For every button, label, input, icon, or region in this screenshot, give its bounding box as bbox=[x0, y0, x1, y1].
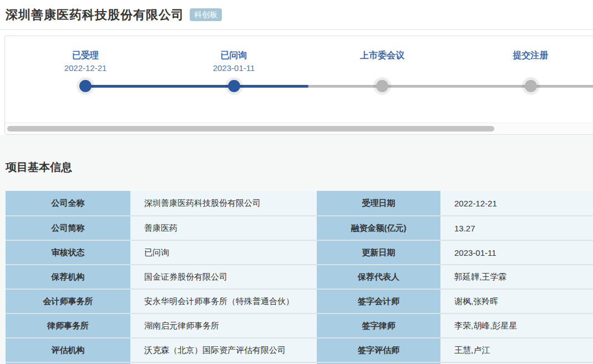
horizontal-scrollbar[interactable] bbox=[5, 123, 593, 134]
stage-name-label: 已问询 bbox=[173, 50, 295, 62]
info-label-left: 审核状态 bbox=[6, 241, 130, 264]
info-label-right: 签字会计师 bbox=[317, 290, 440, 313]
section-title: 项目基本信息 bbox=[6, 160, 72, 175]
stage-dot-icon bbox=[228, 80, 240, 92]
info-label-right: 更新日期 bbox=[317, 241, 440, 264]
table-row: 审核状态 已问询 更新日期 2023-01-11 bbox=[6, 240, 593, 264]
info-value-left: 安永华明会计师事务所（特殊普通合伙） bbox=[130, 290, 317, 313]
basic-info-section: 项目基本信息 公司全称 深圳善康医药科技股份有限公司 受理日期 2022-12-… bbox=[0, 135, 593, 364]
info-label-left: 律师事务所 bbox=[6, 314, 130, 337]
info-value-right: 李荣,胡峰,彭星星 bbox=[440, 314, 593, 337]
info-label-right: 受理日期 bbox=[317, 191, 440, 215]
timeline-stage: 提交注册 bbox=[470, 36, 592, 103]
table-row: 评估机构 沃克森（北京）国际资产评估有限公司 签字评估师 王慧,卢江 bbox=[6, 337, 593, 362]
info-value-left: 湖南启元律师事务所 bbox=[130, 314, 317, 337]
info-label-left: 保荐机构 bbox=[6, 265, 130, 289]
info-label-right: 融资金额(亿元) bbox=[317, 216, 440, 240]
info-value-left: 沃克森（北京）国际资产评估有限公司 bbox=[130, 338, 317, 362]
info-value-right: 2022-12-21 bbox=[440, 191, 593, 215]
info-label-left: 公司全称 bbox=[6, 191, 130, 215]
timeline-panel: 已受理 2022-12-21 已问询 2023-01-11 上市委会议 提交注册 bbox=[4, 36, 593, 135]
ipo-progress-timeline: 已受理 2022-12-21 已问询 2023-01-11 上市委会议 提交注册 bbox=[5, 36, 593, 134]
stage-name-label: 已受理 bbox=[24, 50, 146, 62]
info-value-left: 国金证券股份有限公司 bbox=[130, 265, 317, 289]
info-table: 公司全称 深圳善康医药科技股份有限公司 受理日期 2022-12-21 公司简称… bbox=[6, 191, 593, 364]
info-value-right: 谢枫,张羚晖 bbox=[440, 290, 593, 313]
timeline-stage: 已问询 2023-01-11 bbox=[173, 36, 295, 103]
info-value-left: 已问询 bbox=[130, 241, 317, 264]
timeline-stage: 上市委会议 bbox=[321, 36, 443, 103]
board-badge: 科创板 bbox=[190, 8, 222, 21]
info-label-right: 签字评估师 bbox=[317, 338, 440, 362]
stage-name-label: 上市委会议 bbox=[321, 50, 443, 62]
stage-dot-icon bbox=[376, 80, 388, 92]
stage-name-label: 提交注册 bbox=[470, 50, 592, 62]
info-label-right: 保荐代表人 bbox=[317, 265, 440, 289]
info-value-left: 善康医药 bbox=[130, 216, 317, 240]
stage-dot-icon bbox=[79, 80, 92, 92]
table-row-partial bbox=[6, 362, 593, 364]
table-row: 公司全称 深圳善康医药科技股份有限公司 受理日期 2022-12-21 bbox=[6, 191, 593, 215]
table-row: 会计师事务所 安永华明会计师事务所（特殊普通合伙） 签字会计师 谢枫,张羚晖 bbox=[6, 289, 593, 313]
info-value-left: 深圳善康医药科技股份有限公司 bbox=[130, 191, 317, 215]
stage-date-label: 2022-12-21 bbox=[24, 63, 146, 73]
page-header: 深圳善康医药科技股份有限公司 科创板 bbox=[0, 0, 593, 30]
page: 深圳善康医药科技股份有限公司 科创板 已受理 2022-12-21 已问询 20… bbox=[0, 0, 593, 364]
company-title: 深圳善康医药科技股份有限公司 bbox=[6, 7, 184, 23]
timeline-stage: 已受理 2022-12-21 bbox=[24, 36, 146, 103]
info-value-right: 郭延韡,王学霖 bbox=[440, 265, 593, 289]
table-row: 公司简称 善康医药 融资金额(亿元) 13.27 bbox=[6, 215, 593, 240]
info-value-right: 2023-01-11 bbox=[440, 241, 593, 264]
info-label-left: 公司简称 bbox=[6, 216, 130, 240]
info-label-left: 会计师事务所 bbox=[6, 290, 130, 313]
table-row: 保荐机构 国金证券股份有限公司 保荐代表人 郭延韡,王学霖 bbox=[6, 264, 593, 289]
stage-dot-icon bbox=[525, 80, 537, 92]
info-value-right: 王慧,卢江 bbox=[440, 338, 593, 362]
stage-date-label: 2023-01-11 bbox=[173, 63, 295, 73]
scrollbar-thumb[interactable] bbox=[7, 126, 494, 132]
info-label-left: 评估机构 bbox=[6, 338, 130, 362]
info-label-right: 签字律师 bbox=[317, 314, 440, 337]
info-value-right: 13.27 bbox=[440, 216, 593, 240]
table-row: 律师事务所 湖南启元律师事务所 签字律师 李荣,胡峰,彭星星 bbox=[6, 313, 593, 337]
